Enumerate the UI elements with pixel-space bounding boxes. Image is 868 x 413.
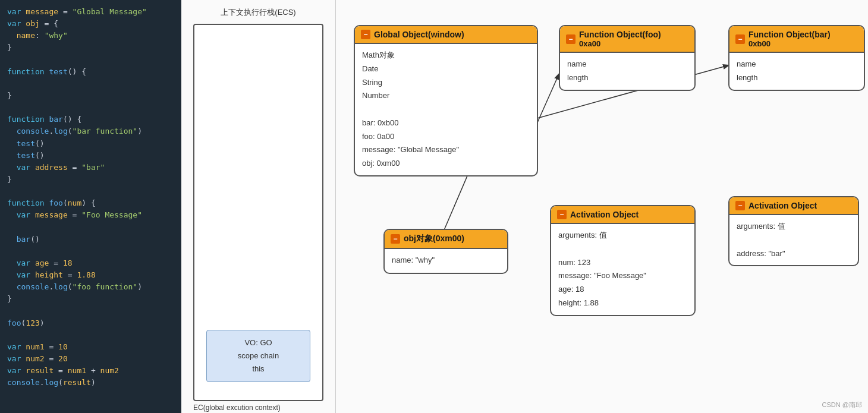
global-object-minus: −	[361, 30, 370, 39]
body-line: arguments: 值	[558, 229, 687, 242]
activation-bar-body: arguments: 值 address: "bar"	[729, 215, 858, 265]
obj-object-title: obj对象(0xm00)	[404, 234, 464, 244]
body-line: length	[737, 71, 857, 85]
vo-box: VO: GO scope chain this	[206, 330, 310, 382]
body-line: Number	[362, 89, 530, 103]
body-line: address: "bar"	[737, 247, 851, 261]
code-line	[7, 185, 174, 197]
code-line: name: "why"	[7, 30, 174, 42]
code-line: var obj = {	[7, 18, 174, 30]
code-line: var message = "Global Message"	[7, 6, 174, 18]
body-line: name	[737, 58, 857, 71]
code-line	[7, 78, 174, 90]
code-line: console.log("bar function")	[7, 125, 174, 137]
ec-title: 上下文执行行栈(ECS)	[221, 7, 295, 18]
code-line	[7, 329, 174, 341]
activation-bar-box: − Activation Object arguments: 值 address…	[728, 196, 859, 266]
code-line: }	[7, 174, 174, 185]
body-line	[558, 242, 687, 256]
obj-object-box: − obj对象(0xm00) name: "why"	[383, 229, 508, 274]
code-line: var num2 = 20	[7, 353, 174, 365]
body-line: String	[362, 76, 530, 90]
vo-line3: this	[213, 362, 304, 376]
code-line: var result = num1 + num2	[7, 365, 174, 377]
activation-bar-header: − Activation Object	[729, 197, 858, 215]
code-line: function foo(num) {	[7, 197, 174, 209]
function-bar-minus: −	[735, 34, 745, 44]
code-line: var num1 = 10	[7, 341, 174, 353]
code-line	[7, 54, 174, 66]
body-line: name	[567, 58, 687, 71]
function-bar-header: − Function Object(bar) 0xb00	[729, 26, 864, 53]
function-foo-box: − Function Object(foo) 0xa00 namelength	[559, 25, 696, 91]
body-line: age: 18	[558, 283, 687, 297]
code-line	[7, 102, 174, 114]
obj-object-header: − obj对象(0xm00)	[385, 230, 507, 249]
obj-object-minus: −	[391, 234, 400, 244]
code-line	[7, 305, 174, 317]
function-bar-body: namelength	[729, 53, 864, 90]
ec-label: EC(global excution context)	[193, 403, 281, 412]
global-object-body: Math对象DateStringNumber bar: 0xb00foo: 0a…	[355, 44, 537, 175]
code-line: bar()	[7, 234, 174, 245]
body-line: Math对象	[362, 49, 530, 62]
function-foo-subtitle: 0xa00	[579, 39, 661, 48]
global-object-box: − Global Object(window) Math对象DateString…	[354, 25, 538, 176]
code-line: test()	[7, 150, 174, 162]
body-line: num: 123	[558, 256, 687, 270]
body-line: name: "why"	[392, 254, 500, 267]
ec-panel: 上下文执行行栈(ECS) VO: GO scope chain this EC(…	[181, 0, 336, 413]
body-line	[362, 103, 530, 116]
code-line: function test() {	[7, 66, 174, 78]
body-line: message: "Global Message"	[362, 143, 530, 157]
activation-foo-body: arguments: 值 num: 123message: "Foo Messa…	[551, 224, 694, 315]
vo-line2: scope chain	[213, 349, 304, 362]
function-bar-title: Function Object(bar)	[749, 30, 831, 39]
code-line: function bar() {	[7, 114, 174, 125]
ec-outer-box: VO: GO scope chain this	[193, 24, 323, 401]
body-line	[737, 234, 851, 247]
code-line: var height = 1.88	[7, 269, 174, 281]
code-line: }	[7, 90, 174, 102]
code-line: var address = "bar"	[7, 162, 174, 174]
svg-line-0	[535, 74, 559, 128]
code-line: }	[7, 42, 174, 53]
function-foo-header: − Function Object(foo) 0xa00	[560, 26, 694, 53]
code-line: test()	[7, 138, 174, 150]
body-line: foo: 0a00	[362, 130, 530, 144]
function-foo-body: namelength	[560, 53, 694, 90]
function-foo-minus: −	[566, 34, 575, 44]
activation-bar-title: Activation Object	[749, 201, 817, 210]
watermark: CSDN @南邱	[822, 401, 862, 409]
global-object-header: − Global Object(window)	[355, 26, 537, 44]
code-line	[7, 222, 174, 234]
activation-foo-title: Activation Object	[570, 210, 639, 219]
activation-foo-box: − Activation Object arguments: 值 num: 12…	[550, 205, 696, 316]
activation-foo-header: − Activation Object	[551, 206, 694, 224]
code-line: console.log("foo function")	[7, 281, 174, 293]
code-line: console.log(result)	[7, 377, 174, 389]
global-object-title: Global Object(window)	[374, 30, 464, 39]
vo-line1: VO: GO	[213, 336, 304, 349]
body-line: obj: 0xm00	[362, 157, 530, 171]
body-line: message: "Foo Message"	[558, 269, 687, 283]
obj-object-body: name: "why"	[385, 249, 507, 273]
body-line: Date	[362, 62, 530, 76]
code-line: var message = "Foo Message"	[7, 209, 174, 221]
function-bar-subtitle: 0xb00	[749, 39, 831, 48]
body-line: height: 1.88	[558, 297, 687, 310]
code-line	[7, 245, 174, 257]
body-line: length	[567, 71, 687, 85]
function-bar-box: − Function Object(bar) 0xb00 namelength	[728, 25, 865, 91]
code-line: }	[7, 293, 174, 305]
body-line: arguments: 值	[737, 220, 851, 234]
function-foo-title: Function Object(foo)	[579, 30, 661, 39]
activation-bar-minus: −	[735, 201, 745, 210]
code-line: foo(123)	[7, 317, 174, 329]
code-panel: var message = "Global Message"var obj = …	[0, 0, 181, 413]
code-line: var age = 18	[7, 257, 174, 269]
activation-foo-minus: −	[557, 210, 567, 219]
body-line: bar: 0xb00	[362, 116, 530, 130]
diagram-panel: − Global Object(window) Math对象DateString…	[336, 0, 868, 413]
